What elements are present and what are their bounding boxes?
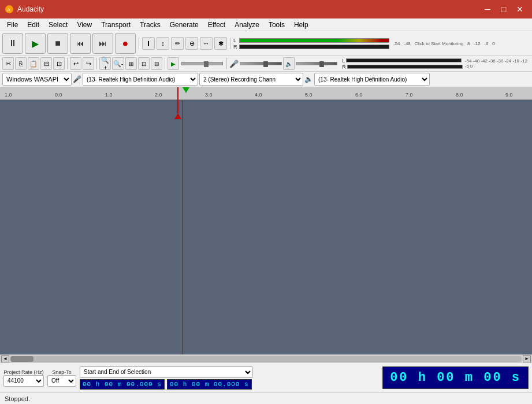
record-button[interactable]: ● bbox=[115, 33, 136, 54]
zoom-fit-button[interactable]: ⊞ bbox=[125, 57, 137, 70]
play-at-speed-button[interactable]: ▶ bbox=[168, 57, 179, 70]
skip-start-button[interactable]: ⏮ bbox=[70, 33, 91, 54]
pause-button[interactable]: ⏸ bbox=[2, 33, 23, 54]
menu-transport[interactable]: Transport bbox=[96, 20, 135, 30]
undo-button[interactable]: ↩ bbox=[70, 57, 81, 70]
project-rate-select[interactable]: 44100 bbox=[3, 375, 44, 387]
device-row: Windows WASAPI 🎤 (13- Realtek High Defin… bbox=[0, 72, 532, 87]
silence-button[interactable]: ⊡ bbox=[53, 57, 65, 70]
scrollbar-track[interactable] bbox=[10, 356, 522, 362]
window-controls: ─ □ ✕ bbox=[480, 2, 527, 17]
track-area[interactable] bbox=[0, 100, 532, 354]
left-meter-bar bbox=[239, 38, 389, 43]
h-scrollbar: ◄ ► bbox=[0, 354, 532, 362]
ruler-mark-2: 2.0 bbox=[155, 92, 162, 98]
zoom-out-button[interactable]: 🔍- bbox=[112, 57, 124, 70]
out-left-bar bbox=[346, 58, 462, 62]
ruler-mark-1: 1.0 bbox=[105, 92, 113, 98]
input-volume-slider[interactable] bbox=[240, 62, 282, 65]
stop-button[interactable]: ■ bbox=[47, 33, 68, 54]
mic-icon-small: 🎤 bbox=[73, 75, 81, 83]
skip-end-button[interactable]: ⏭ bbox=[92, 33, 113, 54]
menu-tracks[interactable]: Tracks bbox=[135, 20, 165, 30]
zoom-sel-button[interactable]: ⊡ bbox=[138, 57, 150, 70]
menu-edit[interactable]: Edit bbox=[23, 20, 44, 30]
toolbar-area: ⏸ ▶ ■ ⏮ ⏭ ● I ↕ ✏ ⊕ ↔ ✱ L R bbox=[0, 31, 532, 87]
menu-effect[interactable]: Effect bbox=[203, 20, 230, 30]
minimize-button[interactable]: ─ bbox=[480, 2, 495, 17]
scroll-left-button[interactable]: ◄ bbox=[1, 355, 9, 362]
selection-format-select[interactable]: Start and End of Selection bbox=[80, 366, 253, 378]
separator3 bbox=[67, 58, 68, 69]
selection-start-display: 00 h 00 m 00.000 s bbox=[80, 379, 165, 390]
envelope-tool-button[interactable]: ↕ bbox=[157, 37, 169, 50]
paste-button[interactable]: 📋 bbox=[28, 57, 39, 70]
channels-select[interactable]: 2 (Stereo) Recording Chann bbox=[199, 73, 303, 86]
cut-button[interactable]: ✂ bbox=[2, 57, 14, 70]
app-window: A Audacity ─ □ ✕ File Edit Select View T… bbox=[0, 0, 532, 404]
output-volume-thumb bbox=[319, 61, 324, 67]
svg-text:A: A bbox=[7, 7, 10, 13]
mic-icon: 🎤 bbox=[229, 60, 239, 68]
zoom-in-button[interactable]: 🔍+ bbox=[99, 57, 111, 70]
snap-to-label: Snap-To bbox=[52, 369, 72, 375]
timeshift-tool-button[interactable]: ↔ bbox=[200, 37, 213, 50]
vu-meter-input: L R bbox=[233, 38, 389, 50]
right-meter-bar bbox=[239, 45, 389, 49]
app-title: Audacity bbox=[17, 5, 480, 13]
input-mute-button[interactable]: 🔈 bbox=[283, 57, 295, 70]
main-content: 1.0 0.0 1.0 2.0 3.0 4.0 5.0 6.0 7.0 8.0 … bbox=[0, 87, 532, 362]
snap-to-select[interactable]: Off bbox=[47, 375, 76, 387]
menu-select[interactable]: Select bbox=[44, 20, 72, 30]
output-device-select[interactable]: (13- Realtek High Definition Audio) bbox=[314, 73, 430, 86]
scroll-right-button[interactable]: ► bbox=[523, 355, 531, 362]
menubar: File Edit Select View Transport Tracks G… bbox=[0, 18, 532, 31]
ruler-mark-4: 4.0 bbox=[255, 92, 262, 98]
ruler-mark-7: 7.0 bbox=[405, 92, 413, 98]
status-text: Stopped. bbox=[5, 395, 30, 402]
selection-tool-button[interactable]: I bbox=[142, 37, 155, 50]
trim-button[interactable]: ⊟ bbox=[40, 57, 52, 70]
menu-tools[interactable]: Tools bbox=[264, 20, 289, 30]
zoom-tool-button[interactable]: ⊕ bbox=[185, 37, 198, 50]
input-volume-thumb bbox=[263, 61, 268, 67]
edit-toolbar: ✂ ⎘ 📋 ⊟ ⊡ ↩ ↪ 🔍+ 🔍- ⊞ ⊡ ⊟ ▶ 🎤 bbox=[0, 56, 532, 72]
titlebar: A Audacity ─ □ ✕ bbox=[0, 0, 532, 18]
ruler-mark-5: 5.0 bbox=[305, 92, 312, 98]
ruler-mark-9: 9.0 bbox=[505, 92, 513, 98]
menu-view[interactable]: View bbox=[72, 20, 96, 30]
selection-format-control: Start and End of Selection 00 h 00 m 00.… bbox=[80, 366, 379, 390]
menu-help[interactable]: Help bbox=[289, 20, 313, 30]
playhead-line bbox=[183, 100, 183, 354]
zoom-track-button[interactable]: ⊟ bbox=[151, 57, 162, 70]
snap-to-control: Snap-To Off bbox=[47, 369, 76, 387]
playhead-marker bbox=[183, 87, 189, 93]
copy-button[interactable]: ⎘ bbox=[15, 57, 27, 70]
right-channel-label: R bbox=[233, 44, 238, 50]
input-device-select[interactable]: (13- Realtek High Definition Audio) bbox=[83, 73, 198, 86]
output-volume-slider[interactable] bbox=[296, 62, 338, 65]
close-button[interactable]: ✕ bbox=[512, 2, 527, 17]
separator6 bbox=[226, 58, 227, 69]
project-rate-label: Project Rate (Hz) bbox=[3, 369, 43, 375]
ruler-mark-neg1: 1.0 bbox=[5, 92, 12, 98]
left-channel-label: L bbox=[233, 38, 238, 43]
multi-tool-button[interactable]: ✱ bbox=[214, 37, 227, 50]
menu-generate[interactable]: Generate bbox=[165, 20, 203, 30]
transport-toolbar: ⏸ ▶ ■ ⏮ ⏭ ● I ↕ ✏ ⊕ ↔ ✱ L R bbox=[0, 31, 532, 56]
redo-button[interactable]: ↪ bbox=[83, 57, 94, 70]
ruler-mark-3: 3.0 bbox=[205, 92, 213, 98]
menu-analyze[interactable]: Analyze bbox=[230, 20, 264, 30]
out-left-label: L bbox=[342, 58, 345, 64]
menu-file[interactable]: File bbox=[2, 20, 23, 30]
play-button[interactable]: ▶ bbox=[25, 33, 46, 54]
vu-meter-output: L R bbox=[342, 58, 463, 70]
ruler-mark-8: 8.0 bbox=[456, 92, 463, 98]
meter-label-top: -54 -48 Click to Start Monitoring 8 -12 … bbox=[393, 41, 495, 46]
draw-tool-button[interactable]: ✏ bbox=[171, 37, 184, 50]
maximize-button[interactable]: □ bbox=[496, 2, 511, 17]
play-speed-slider[interactable] bbox=[181, 62, 224, 65]
speaker-icon: 🔈 bbox=[304, 75, 313, 83]
audio-host-select[interactable]: Windows WASAPI bbox=[2, 73, 72, 86]
ruler-mark-0: 0.0 bbox=[55, 92, 62, 98]
